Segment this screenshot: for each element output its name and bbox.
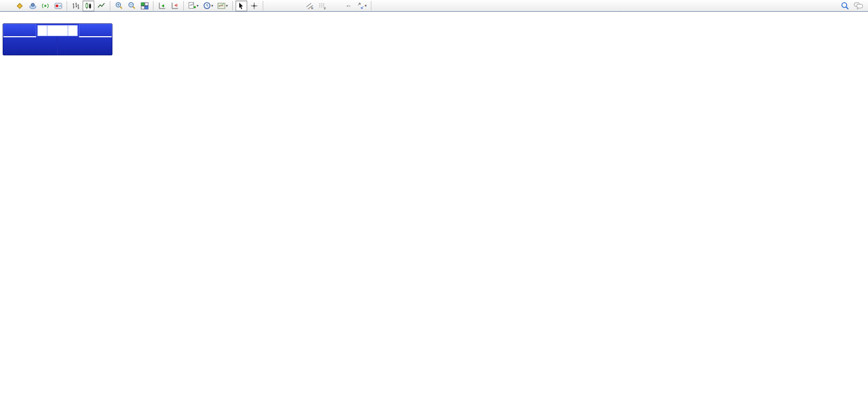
text-label-tool-button[interactable]	[343, 1, 354, 11]
crosshair-tool-button[interactable]	[248, 1, 260, 11]
chat-button[interactable]	[852, 1, 865, 11]
arrows-tool-button[interactable]: ▾	[355, 1, 369, 11]
community-cloud-icon	[29, 2, 37, 10]
volume-input[interactable]	[47, 25, 68, 36]
gold-diamond-icon	[16, 2, 23, 10]
add-indicator-icon	[188, 2, 196, 10]
dropdown-caret-icon: ▾	[226, 4, 228, 8]
new-order-button[interactable]	[1, 1, 13, 11]
candlestick-chart-type-button[interactable]	[83, 1, 94, 11]
toolbar-separator	[183, 1, 184, 11]
arrows-shapes-icon	[357, 2, 364, 10]
chat-bubbles-icon	[854, 2, 863, 10]
autotrading-button[interactable]	[52, 1, 64, 11]
toolbar-separator	[110, 1, 110, 11]
template-icon	[217, 2, 225, 10]
chart-canvas[interactable]	[0, 12, 868, 410]
text-tool-button[interactable]	[330, 1, 342, 11]
zoom-in-button[interactable]	[113, 1, 125, 11]
chart-shift-button[interactable]	[169, 1, 181, 11]
auto-scroll-icon	[158, 2, 166, 10]
toolbar-separator	[232, 1, 233, 11]
zoom-in-icon	[115, 2, 123, 10]
signal-icon	[42, 2, 49, 10]
equidistant-channel-icon: E	[306, 2, 314, 10]
dropdown-caret-icon: ▾	[365, 4, 367, 8]
volume-stepper	[37, 25, 78, 36]
bar-chart-type-button[interactable]	[70, 1, 82, 11]
autotrading-icon	[54, 2, 62, 10]
chart-shift-icon	[171, 2, 179, 10]
search-button[interactable]	[839, 1, 851, 11]
chart-profile-icon[interactable]	[14, 1, 26, 11]
cursor-tool-button[interactable]	[236, 1, 247, 11]
volume-decrease-button[interactable]	[37, 25, 47, 36]
tile-windows-button[interactable]	[139, 1, 150, 11]
indicators-button[interactable]: ▾	[186, 1, 200, 11]
toolbar-separator	[371, 1, 371, 11]
tile-windows-icon	[141, 2, 149, 10]
trendline-tool-button[interactable]	[291, 1, 303, 11]
mql5-community-button[interactable]	[27, 1, 38, 11]
candlestick-icon	[85, 2, 92, 10]
crosshair-icon	[250, 2, 258, 10]
news-signal-button[interactable]	[39, 1, 51, 11]
periods-button[interactable]: ▾	[201, 1, 215, 11]
dropdown-caret-icon: ▾	[212, 4, 214, 8]
search-icon	[841, 2, 849, 10]
toolbar-separator	[263, 1, 263, 11]
fibonacci-tool-button[interactable]: F	[317, 1, 329, 11]
vertical-line-tool-button[interactable]	[266, 1, 278, 11]
toolbar: ▾ ▾ ▾ E F ▾	[0, 0, 868, 12]
fibonacci-icon: F	[319, 2, 327, 10]
horizontal-line-tool-button[interactable]	[279, 1, 290, 11]
sell-button[interactable]	[3, 24, 36, 37]
sell-price-display[interactable]	[3, 37, 57, 55]
dropdown-caret-icon: ▾	[197, 4, 199, 8]
zoom-out-button[interactable]	[126, 1, 137, 11]
clock-icon	[203, 2, 211, 10]
ohlc-bars-icon	[72, 2, 79, 10]
buy-price-display[interactable]	[58, 37, 112, 55]
cursor-arrow-icon	[238, 2, 245, 10]
volume-increase-button[interactable]	[68, 25, 78, 36]
svg-text:E: E	[311, 6, 313, 10]
templates-button[interactable]: ▾	[216, 1, 230, 11]
line-chart-type-button[interactable]	[95, 1, 107, 11]
chart-window	[0, 12, 868, 410]
text-label-icon	[347, 5, 350, 6]
toolbar-separator	[153, 1, 153, 11]
line-chart-icon	[98, 2, 105, 10]
zoom-out-icon	[128, 2, 136, 10]
buy-button[interactable]	[79, 24, 112, 37]
one-click-trading-panel	[3, 23, 112, 55]
auto-scroll-button[interactable]	[156, 1, 168, 11]
svg-text:F: F	[324, 6, 326, 10]
toolbar-separator	[67, 1, 67, 11]
channel-tool-button[interactable]: E	[304, 1, 316, 11]
